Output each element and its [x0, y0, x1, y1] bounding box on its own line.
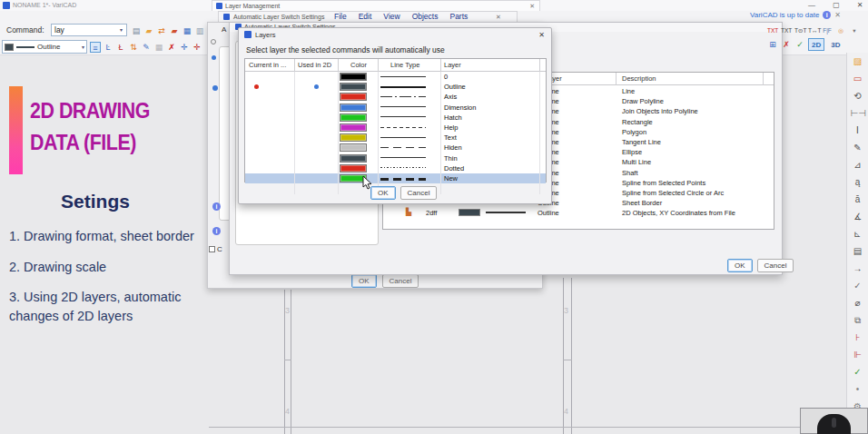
- text-style-icon[interactable]: TXT: [767, 25, 778, 36]
- snap-cross-icon[interactable]: ✛: [179, 42, 190, 53]
- info-icon[interactable]: i: [823, 11, 831, 19]
- color-swatch[interactable]: [340, 164, 367, 173]
- menu-item-objects[interactable]: Objects: [412, 12, 439, 21]
- color-swatch[interactable]: [340, 104, 367, 112]
- confirm-icon[interactable]: ✓: [851, 367, 865, 378]
- hatch-box-icon[interactable]: ⧉: [851, 315, 865, 326]
- layer-row-thin[interactable]: Thin: [245, 153, 546, 163]
- layer-row-outline[interactable]: Outline: [245, 82, 546, 92]
- perp-dim-icon[interactable]: ⊾: [851, 229, 865, 240]
- dim-horizontal-icon[interactable]: ⊞: [767, 39, 778, 50]
- dim-check-icon[interactable]: ✓: [794, 39, 805, 50]
- color-swatch[interactable]: [340, 93, 367, 101]
- dim-red2-icon[interactable]: ⊩: [851, 350, 865, 360]
- layer-row-dotted[interactable]: Dotted: [245, 163, 546, 173]
- documents-icon[interactable]: ▥: [194, 25, 205, 36]
- open-folder-icon[interactable]: ▰: [143, 25, 154, 36]
- font-icon[interactable]: F|F: [822, 25, 833, 36]
- layer-folder-icon[interactable]: ▨: [851, 56, 865, 67]
- layer-row-hiden[interactable]: Hiden: [245, 143, 546, 153]
- layer-edit-icon[interactable]: Ŀ: [103, 42, 113, 53]
- diameter-icon[interactable]: ⌀: [851, 298, 865, 309]
- layers-table[interactable]: Current in ... Used in 2D Color Line Typ…: [244, 58, 547, 182]
- table-row[interactable]: ▙2dffOutline2D Objects, XY Coordinates f…: [383, 208, 774, 218]
- cancel-button[interactable]: Cancel: [757, 259, 794, 272]
- layers-icon[interactable]: ≡: [90, 42, 101, 53]
- layer-delete-icon[interactable]: Ł: [115, 42, 126, 53]
- minimize-button[interactable]: —: [806, 1, 817, 9]
- line-draw-icon[interactable]: ✎: [851, 143, 865, 153]
- save-icon[interactable]: ▦: [182, 25, 192, 36]
- torus-icon[interactable]: ◎: [835, 25, 846, 36]
- radio-icon[interactable]: [211, 39, 216, 44]
- dim-horiz-icon[interactable]: ⊢⊣: [851, 108, 865, 119]
- color-swatch[interactable]: [340, 133, 367, 142]
- maximize-button[interactable]: ▢: [831, 1, 842, 9]
- import-arrows-icon[interactable]: ⇄: [156, 25, 167, 36]
- ok-button[interactable]: OK: [727, 259, 753, 272]
- info-icon: i: [212, 227, 221, 235]
- command-dropdown-icon[interactable]: ▾: [116, 25, 126, 35]
- color-swatch[interactable]: [340, 83, 367, 91]
- update-text: VariCAD is up to date: [750, 11, 819, 19]
- color-swatch[interactable]: [340, 113, 367, 122]
- rotate-selection-icon[interactable]: ⟲: [851, 91, 865, 102]
- color-swatch[interactable]: [340, 73, 367, 81]
- text-cursor-icon[interactable]: I: [851, 125, 865, 136]
- dim-delete-icon[interactable]: ✗: [781, 39, 792, 50]
- arrow-right-icon[interactable]: →: [851, 263, 865, 274]
- menu-item-file[interactable]: File: [334, 12, 347, 21]
- rectangle-tool-icon[interactable]: ▭: [851, 74, 865, 84]
- menu-item-edit[interactable]: Edit: [359, 12, 372, 21]
- angle-tool-icon[interactable]: ⊿: [851, 160, 865, 171]
- color-swatch[interactable]: [340, 123, 367, 132]
- layer-row-help[interactable]: Help: [245, 123, 546, 133]
- slide-title-line1: 2D DRAWING: [30, 99, 150, 123]
- ok-button[interactable]: OK: [351, 274, 377, 288]
- cancel-button[interactable]: Cancel: [400, 186, 438, 200]
- text-rotate-icon[interactable]: T⊙T: [794, 25, 805, 36]
- layer-row-0[interactable]: 0: [245, 72, 546, 82]
- rename-layer-icon[interactable]: ✎: [141, 42, 152, 53]
- dismiss-icon[interactable]: ✕: [834, 11, 841, 19]
- dropdown-icon[interactable]: ▾: [849, 25, 860, 36]
- dot-icon[interactable]: •: [851, 384, 865, 395]
- view-2d-button[interactable]: 2D: [808, 38, 824, 51]
- leader-a-icon[interactable]: ą: [851, 177, 865, 188]
- cancel-button[interactable]: Cancel: [382, 274, 419, 288]
- close-icon[interactable]: ✕: [538, 31, 545, 39]
- close-icon[interactable]: ✕: [496, 14, 501, 21]
- layer-row-axis[interactable]: Axis: [245, 92, 546, 102]
- dim-red1-icon[interactable]: ⊦: [851, 332, 865, 343]
- checkbox[interactable]: [209, 246, 215, 252]
- layer-management-window[interactable]: Layer Management ✕: [212, 0, 540, 11]
- move-layer-icon[interactable]: ⇅: [128, 42, 139, 53]
- dim-check2-icon[interactable]: ✓: [851, 281, 865, 291]
- color-swatch[interactable]: [340, 143, 367, 152]
- close-icon[interactable]: ✕: [529, 3, 535, 10]
- recent-folder-icon[interactable]: ▰: [169, 25, 180, 36]
- layer-name: Help: [444, 123, 458, 132]
- text-leader-icon[interactable]: ā: [851, 194, 865, 205]
- snap-cross2-icon[interactable]: ✛: [192, 42, 202, 53]
- new-file-icon[interactable]: ▤: [131, 25, 142, 36]
- layer-row-dimension[interactable]: Dimension: [245, 103, 546, 113]
- table-icon[interactable]: ▤: [851, 246, 865, 257]
- layers-dialog-titlebar[interactable]: Layers ✕: [239, 28, 551, 41]
- layer-row-new[interactable]: New: [245, 173, 546, 183]
- angle-dim-icon[interactable]: ∡: [851, 212, 865, 222]
- window-title: NONAME 1*- VariCAD: [13, 2, 76, 8]
- close-button[interactable]: ✕: [854, 1, 865, 9]
- menu-item-parts[interactable]: Parts: [449, 12, 468, 21]
- linestyle-combo[interactable]: Outline ▾: [2, 40, 87, 54]
- text-lines-icon[interactable]: TXT: [781, 25, 792, 36]
- disabled-box-icon[interactable]: ▦: [153, 42, 164, 53]
- layer-row-text[interactable]: Text: [245, 133, 546, 143]
- text-width-icon[interactable]: T↔T: [808, 25, 819, 36]
- ok-button[interactable]: OK: [370, 186, 396, 200]
- delete-red-icon[interactable]: ✗: [166, 42, 177, 53]
- menu-item-view[interactable]: View: [383, 12, 399, 21]
- view-3d-button[interactable]: 3D: [827, 38, 843, 51]
- layer-row-hatch[interactable]: Hatch: [245, 113, 546, 123]
- color-swatch[interactable]: [340, 154, 367, 163]
